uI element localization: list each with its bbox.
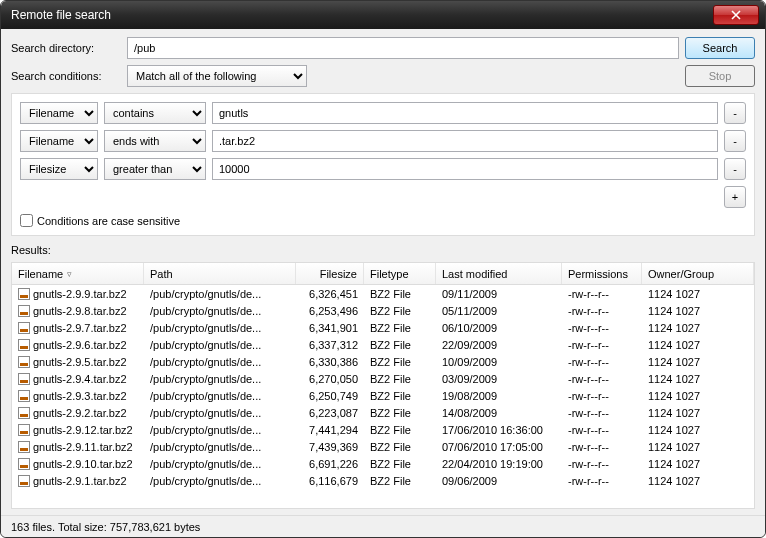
cell-path: /pub/crypto/gnutls/de... [144,438,296,455]
cell-filesize: 6,253,496 [296,302,364,319]
remove-condition-button[interactable]: - [724,130,746,152]
cell-filesize: 6,341,901 [296,319,364,336]
table-row[interactable]: gnutls-2.9.4.tar.bz2/pub/crypto/gnutls/d… [12,370,754,387]
titlebar[interactable]: Remote file search [1,1,765,29]
table-row[interactable]: gnutls-2.9.5.tar.bz2/pub/crypto/gnutls/d… [12,353,754,370]
table-row[interactable]: gnutls-2.9.2.tar.bz2/pub/crypto/gnutls/d… [12,404,754,421]
condition-op-select[interactable]: contains [104,102,206,124]
file-icon [18,407,30,419]
col-owner-group[interactable]: Owner/Group [642,263,754,284]
table-row[interactable]: gnutls-2.9.1.tar.bz2/pub/crypto/gnutls/d… [12,472,754,489]
stop-button[interactable]: Stop [685,65,755,87]
match-mode-select[interactable]: Match all of the following [127,65,307,87]
cell-path: /pub/crypto/gnutls/de... [144,472,296,489]
cell-path: /pub/crypto/gnutls/de... [144,302,296,319]
col-permissions[interactable]: Permissions [562,263,642,284]
search-button[interactable]: Search [685,37,755,59]
cell-owner-group: 1124 1027 [642,438,754,455]
table-row[interactable]: gnutls-2.9.9.tar.bz2/pub/crypto/gnutls/d… [12,285,754,302]
condition-field-select[interactable]: Filesize [20,158,98,180]
add-condition-button[interactable]: + [724,186,746,208]
cell-filename: gnutls-2.9.9.tar.bz2 [33,288,127,300]
cell-filename: gnutls-2.9.10.tar.bz2 [33,458,133,470]
cell-owner-group: 1124 1027 [642,336,754,353]
cell-filesize: 6,326,451 [296,285,364,302]
column-headers: Filename Path Filesize Filetype Last mod… [12,263,754,285]
cell-permissions: -rw-r--r-- [562,302,642,319]
cell-permissions: -rw-r--r-- [562,404,642,421]
file-icon [18,356,30,368]
cell-filetype: BZ2 File [364,370,436,387]
results-panel: Filename Path Filesize Filetype Last mod… [11,262,755,509]
cell-last-modified: 03/09/2009 [436,370,562,387]
search-conditions-row: Search conditions: Match all of the foll… [11,65,755,87]
cell-owner-group: 1124 1027 [642,421,754,438]
condition-row: Filenamecontains- [20,102,746,124]
table-row[interactable]: gnutls-2.9.12.tar.bz2/pub/crypto/gnutls/… [12,421,754,438]
cell-permissions: -rw-r--r-- [562,285,642,302]
status-text: 163 files. Total size: 757,783,621 bytes [11,521,200,533]
cell-filename: gnutls-2.9.5.tar.bz2 [33,356,127,368]
table-row[interactable]: gnutls-2.9.11.tar.bz2/pub/crypto/gnutls/… [12,438,754,455]
cell-filetype: BZ2 File [364,319,436,336]
table-row[interactable]: gnutls-2.9.8.tar.bz2/pub/crypto/gnutls/d… [12,302,754,319]
cell-owner-group: 1124 1027 [642,353,754,370]
cell-owner-group: 1124 1027 [642,370,754,387]
cell-filetype: BZ2 File [364,336,436,353]
condition-field-select[interactable]: Filename [20,130,98,152]
file-icon [18,458,30,470]
content-area: Search directory: Search Search conditio… [1,29,765,515]
file-icon [18,441,30,453]
file-icon [18,305,30,317]
table-row[interactable]: gnutls-2.9.6.tar.bz2/pub/crypto/gnutls/d… [12,336,754,353]
cell-owner-group: 1124 1027 [642,472,754,489]
col-last-modified[interactable]: Last modified [436,263,562,284]
cell-owner-group: 1124 1027 [642,387,754,404]
case-sensitive-checkbox[interactable] [20,214,33,227]
search-conditions-label: Search conditions: [11,70,121,82]
cell-last-modified: 22/04/2010 19:19:00 [436,455,562,472]
condition-value-input[interactable] [212,102,718,124]
cell-filename: gnutls-2.9.12.tar.bz2 [33,424,133,436]
cell-filetype: BZ2 File [364,387,436,404]
col-filesize[interactable]: Filesize [296,263,364,284]
table-row[interactable]: gnutls-2.9.10.tar.bz2/pub/crypto/gnutls/… [12,455,754,472]
close-button[interactable] [713,5,759,25]
search-directory-input[interactable] [127,37,679,59]
cell-last-modified: 14/08/2009 [436,404,562,421]
cell-filetype: BZ2 File [364,404,436,421]
condition-op-select[interactable]: ends with [104,130,206,152]
cell-filetype: BZ2 File [364,421,436,438]
condition-op-select[interactable]: greater than [104,158,206,180]
conditions-panel: Filenamecontains-Filenameends with-Files… [11,93,755,236]
condition-row: Filenameends with- [20,130,746,152]
cell-path: /pub/crypto/gnutls/de... [144,421,296,438]
cell-permissions: -rw-r--r-- [562,336,642,353]
cell-permissions: -rw-r--r-- [562,319,642,336]
cell-permissions: -rw-r--r-- [562,438,642,455]
cell-filetype: BZ2 File [364,353,436,370]
cell-filename: gnutls-2.9.7.tar.bz2 [33,322,127,334]
remove-condition-button[interactable]: - [724,102,746,124]
condition-value-input[interactable] [212,158,718,180]
condition-value-input[interactable] [212,130,718,152]
cell-path: /pub/crypto/gnutls/de... [144,285,296,302]
cell-path: /pub/crypto/gnutls/de... [144,336,296,353]
cell-owner-group: 1124 1027 [642,319,754,336]
search-directory-label: Search directory: [11,42,121,54]
cell-filename: gnutls-2.9.4.tar.bz2 [33,373,127,385]
remove-condition-button[interactable]: - [724,158,746,180]
condition-field-select[interactable]: Filename [20,102,98,124]
cell-last-modified: 17/06/2010 16:36:00 [436,421,562,438]
cell-permissions: -rw-r--r-- [562,370,642,387]
col-filetype[interactable]: Filetype [364,263,436,284]
col-path[interactable]: Path [144,263,296,284]
col-filename[interactable]: Filename [12,263,144,284]
table-row[interactable]: gnutls-2.9.7.tar.bz2/pub/crypto/gnutls/d… [12,319,754,336]
cell-permissions: -rw-r--r-- [562,387,642,404]
cell-filename: gnutls-2.9.3.tar.bz2 [33,390,127,402]
results-rows[interactable]: gnutls-2.9.9.tar.bz2/pub/crypto/gnutls/d… [12,285,754,508]
cell-filesize: 7,441,294 [296,421,364,438]
cell-filetype: BZ2 File [364,455,436,472]
table-row[interactable]: gnutls-2.9.3.tar.bz2/pub/crypto/gnutls/d… [12,387,754,404]
